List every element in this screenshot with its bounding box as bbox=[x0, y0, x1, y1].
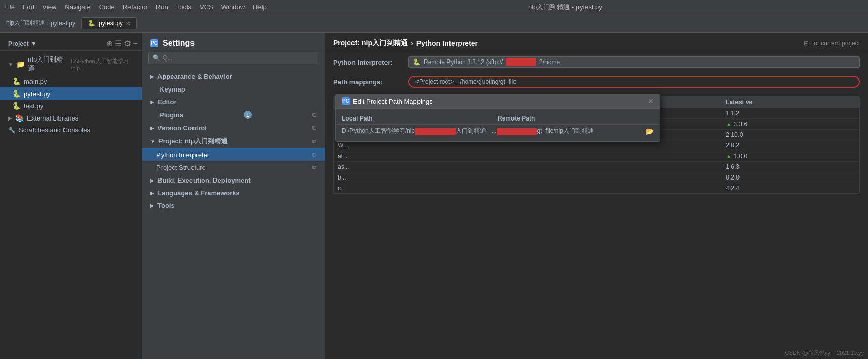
menu-run[interactable]: Run bbox=[156, 3, 168, 11]
expand-arrow: ▶ bbox=[150, 203, 154, 208]
menu-tools[interactable]: Tools bbox=[176, 3, 191, 11]
plugins-label: Plugins bbox=[159, 111, 183, 119]
interpreter-text: Remote Python 3.8.12 (sftp:// bbox=[424, 58, 503, 66]
version-control-label: Version Control bbox=[157, 124, 207, 132]
folder-browse-icon[interactable]: 📂 bbox=[645, 127, 654, 135]
python-file-icon: 🐍 bbox=[12, 89, 21, 98]
package-row: al... ▲ 1.0.0 bbox=[334, 151, 859, 162]
console-icon: 🔧 bbox=[8, 127, 16, 134]
tab-label: pytest.py bbox=[99, 20, 123, 27]
package-latest: ▲ 3.3.6 bbox=[726, 121, 855, 128]
root-path: D:\Python人工智能学习\nlp... bbox=[71, 57, 136, 71]
menu-vcs[interactable]: VCS bbox=[200, 3, 213, 11]
sidebar-toolbar: Project ▼ ⊕ ☰ ⚙ − bbox=[0, 37, 142, 51]
expand-arrow: ▶ bbox=[8, 115, 12, 121]
settings-tree: ▶ Appearance & Behavior Keymap ▶ Editor … bbox=[142, 68, 325, 359]
expand-arrow: ▶ bbox=[150, 74, 154, 79]
copy-icon: ⧉ bbox=[312, 125, 316, 131]
menu-code[interactable]: Code bbox=[99, 3, 115, 11]
header-page: Python Interpreter bbox=[416, 39, 478, 47]
package-latest: 0.2.0 bbox=[726, 174, 855, 181]
settings-item-appearance[interactable]: ▶ Appearance & Behavior bbox=[142, 70, 325, 83]
sidebar-item-pytest[interactable]: 🐍 pytest.py bbox=[0, 87, 142, 100]
settings-item-keymap[interactable]: Keymap bbox=[142, 83, 325, 96]
tab-pytest-py[interactable]: 🐍 pytest.py ✕ bbox=[81, 17, 137, 29]
settings-item-build[interactable]: ▶ Build, Execution, Deployment bbox=[142, 174, 325, 187]
package-latest: 1.6.3 bbox=[726, 163, 855, 170]
path-value: <Project root>→/home/guoting/gt_file bbox=[408, 76, 860, 88]
sidebar-minus-icon[interactable]: − bbox=[133, 39, 138, 48]
sidebar-gear-icon[interactable]: ⚙ bbox=[124, 39, 131, 48]
package-row: as... 1.6.3 bbox=[334, 162, 859, 172]
sidebar-item-root[interactable]: ▼ 📁 nlp入门到精通 D:\Python人工智能学习\nlp... bbox=[0, 53, 142, 75]
root-label: nlp入门到精通 bbox=[28, 55, 66, 73]
package-name: as... bbox=[338, 163, 597, 170]
path-text: <Project root>→/home/guoting/gt_file bbox=[415, 78, 517, 85]
interpreter-value: 🐍 Remote Python 3.8.12 (sftp:// 2/home bbox=[408, 56, 860, 68]
content-panel: Project: nlp入门到精通 › Python Interpreter ⊟… bbox=[325, 33, 868, 359]
menu-view[interactable]: View bbox=[42, 3, 56, 11]
interpreter-icon: 🐍 bbox=[413, 58, 421, 66]
dialog-title: PC Edit Project Path Mappings bbox=[342, 97, 433, 105]
settings-panel: PC Settings 🔍 ▶ Appearance & Behavior Ke… bbox=[142, 33, 325, 359]
settings-item-editor[interactable]: ▶ Editor bbox=[142, 96, 325, 108]
sidebar-label: Project ▼ bbox=[4, 39, 41, 48]
sidebar-item-external-libraries[interactable]: ▶ 📚 External Libraries bbox=[0, 112, 142, 124]
content-header: Project: nlp入门到精通 › Python Interpreter ⊟… bbox=[325, 33, 868, 52]
settings-item-python-interpreter[interactable]: Python Interpreter ⧉ bbox=[142, 148, 325, 161]
menu-file[interactable]: File bbox=[4, 3, 15, 11]
settings-item-tools[interactable]: ▶ Tools bbox=[142, 199, 325, 212]
edit-path-mappings-dialog: PC Edit Project Path Mappings ✕ Local Pa… bbox=[335, 94, 660, 142]
expand-arrow: ▶ bbox=[150, 125, 154, 131]
external-label: External Libraries bbox=[27, 114, 78, 122]
scratches-label: Scratches and Consoles bbox=[19, 126, 90, 134]
sidebar-item-scratches[interactable]: 🔧 Scratches and Consoles bbox=[0, 124, 142, 136]
package-version bbox=[597, 153, 726, 160]
settings-item-languages[interactable]: ▶ Languages & Frameworks bbox=[142, 187, 325, 199]
settings-item-project-structure[interactable]: Project Structure ⧉ bbox=[142, 161, 325, 174]
sidebar-item-test[interactable]: 🐍 test.py bbox=[0, 100, 142, 112]
content-header-title: Project: nlp入门到精通 › Python Interpreter bbox=[333, 39, 478, 48]
menu-help[interactable]: Help bbox=[253, 3, 267, 11]
python-interpreter-label: Python Interpreter bbox=[156, 151, 209, 159]
menu-refactor[interactable]: Refactor bbox=[123, 3, 148, 11]
dialog-body: Local Path Remote Path D:/Python人工智能学习/n… bbox=[336, 109, 660, 141]
settings-item-version-control[interactable]: ▶ Version Control ⧉ bbox=[142, 122, 325, 134]
menu-navigate[interactable]: Navigate bbox=[65, 3, 90, 11]
sidebar-add-icon[interactable]: ⊕ bbox=[106, 39, 113, 48]
editor-label: Editor bbox=[157, 98, 177, 106]
settings-search-box[interactable]: 🔍 bbox=[148, 52, 318, 64]
package-latest: 2.0.2 bbox=[726, 142, 855, 149]
header-project: Project: nlp入门到精通 bbox=[333, 39, 408, 48]
settings-search-input[interactable] bbox=[163, 54, 314, 62]
tab-close-button[interactable]: ✕ bbox=[126, 21, 130, 26]
folder-icon: 📁 bbox=[16, 60, 25, 68]
menu-window[interactable]: Window bbox=[221, 3, 245, 11]
remote-path-value: ...gt_file/nlp入门到精通 bbox=[492, 127, 641, 135]
python-file-icon: 🐍 bbox=[12, 102, 21, 110]
sidebar-item-main[interactable]: 🐍 main.py bbox=[0, 75, 142, 87]
watermark-text: CSDN @尚风悦yy bbox=[785, 350, 830, 356]
dialog-title-text: Edit Project Path Mappings bbox=[353, 98, 433, 105]
menu-edit[interactable]: Edit bbox=[23, 3, 34, 11]
package-version bbox=[597, 174, 726, 181]
tab-icon: 🐍 bbox=[88, 20, 95, 27]
breadcrumb-file: pytest.py bbox=[51, 20, 75, 27]
settings-icon: PC bbox=[150, 39, 158, 47]
package-version bbox=[597, 185, 726, 192]
settings-item-project[interactable]: ▼ Project: nlp入门到精通 ⧉ bbox=[142, 134, 325, 148]
copy-icon: ⧉ bbox=[312, 152, 316, 158]
interpreter-row: Python Interpreter: 🐍 Remote Python 3.8.… bbox=[325, 52, 868, 72]
dialog-close-button[interactable]: ✕ bbox=[648, 97, 654, 105]
dialog-mapping-row: D:/Python人工智能学习/nlp入门到精通 ...gt_file/nlp入… bbox=[336, 125, 660, 137]
sidebar-sort-icon[interactable]: ☰ bbox=[115, 39, 122, 48]
python-file-icon: 🐍 bbox=[12, 77, 21, 85]
dialog-col-header: Local Path Remote Path bbox=[336, 113, 660, 125]
settings-item-plugins[interactable]: Plugins 1 ⧉ bbox=[142, 108, 325, 122]
window-title: nlp入门到精通 - pytest.py bbox=[275, 3, 856, 12]
package-row: c... 4.2.4 bbox=[334, 183, 859, 193]
package-latest: 4.2.4 bbox=[726, 185, 855, 192]
path-mappings-row: Path mappings: <Project root>→/home/guot… bbox=[325, 72, 868, 92]
expand-arrow: ▼ bbox=[150, 139, 155, 144]
col-local-header: Local Path bbox=[342, 115, 498, 122]
